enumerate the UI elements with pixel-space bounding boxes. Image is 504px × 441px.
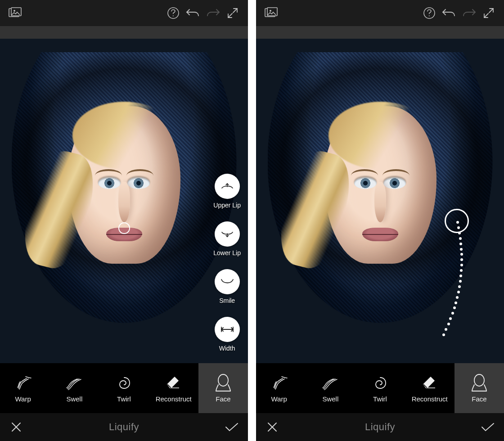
liquify-tool-strip: Warp Swell Twirl Reconstruct Face [256, 363, 504, 413]
svg-point-4 [173, 15, 174, 16]
tool-warp[interactable]: Warp [256, 363, 306, 413]
option-label: Lower Lip [213, 249, 241, 256]
svg-point-2 [14, 10, 15, 12]
warp-icon [15, 374, 34, 392]
tool-label: Twirl [117, 395, 131, 403]
confirm-button[interactable] [216, 413, 248, 441]
tool-swell[interactable]: Swell [50, 363, 99, 413]
face-icon [470, 374, 489, 392]
option-upper-lip[interactable]: Upper Lip [213, 174, 241, 209]
tool-label: Twirl [373, 395, 387, 403]
top-toolbar [256, 0, 504, 26]
top-toolbar [0, 0, 248, 26]
swell-icon [65, 374, 84, 392]
confirm-bar: Liquify [256, 413, 504, 441]
tool-label: Reconstruct [412, 395, 448, 403]
canvas[interactable] [256, 39, 504, 363]
portrait [12, 52, 237, 340]
editor-screen-right: Warp Swell Twirl Reconstruct Face [256, 0, 504, 441]
option-smile[interactable]: Smile [215, 269, 240, 304]
option-width[interactable]: Width [215, 317, 240, 352]
tool-label: Swell [66, 395, 82, 403]
option-label: Width [219, 345, 235, 352]
redo-icon[interactable] [459, 3, 479, 23]
drag-path-indicator [256, 39, 504, 363]
fullscreen-icon[interactable] [479, 3, 499, 23]
tool-warp[interactable]: Warp [0, 363, 50, 413]
tool-twirl[interactable]: Twirl [99, 363, 148, 413]
liquify-tool-strip: Warp Swell Twirl Reconstruct Face [0, 363, 248, 413]
svg-point-5 [218, 374, 228, 386]
context-strip [0, 26, 248, 39]
tool-label: Face [216, 395, 230, 403]
tool-reconstruct[interactable]: Reconstruct [149, 363, 198, 413]
editor-screen-left: Upper Lip Lower Lip Smile Width [0, 0, 248, 441]
context-strip [256, 26, 504, 39]
confirm-button[interactable] [472, 413, 504, 441]
svg-point-10 [429, 15, 430, 16]
lip-focus-indicator [118, 222, 130, 234]
twirl-icon [115, 374, 134, 392]
gallery-icon[interactable] [5, 3, 25, 23]
svg-point-11 [474, 374, 484, 386]
fullscreen-icon[interactable] [223, 3, 243, 23]
tool-label: Warp [15, 395, 31, 403]
tool-label: Reconstruct [156, 395, 192, 403]
tool-face[interactable]: Face [454, 363, 504, 413]
screen-title: Liquify [288, 421, 472, 433]
svg-point-8 [270, 10, 271, 12]
undo-icon[interactable] [183, 3, 203, 23]
undo-icon[interactable] [439, 3, 459, 23]
cancel-button[interactable] [256, 413, 288, 441]
tool-swell[interactable]: Swell [306, 363, 355, 413]
tool-label: Swell [322, 395, 338, 403]
option-label: Smile [219, 297, 235, 304]
help-icon[interactable] [419, 3, 439, 23]
warp-icon [271, 374, 290, 392]
redo-icon[interactable] [203, 3, 223, 23]
face-icon [214, 374, 233, 392]
option-lower-lip[interactable]: Lower Lip [213, 221, 241, 256]
canvas[interactable]: Upper Lip Lower Lip Smile Width [0, 39, 248, 363]
cancel-button[interactable] [0, 413, 32, 441]
option-label: Upper Lip [213, 202, 241, 209]
screen-title: Liquify [32, 421, 216, 433]
tool-twirl[interactable]: Twirl [355, 363, 405, 413]
tool-face[interactable]: Face [198, 363, 248, 413]
face-options-column: Upper Lip Lower Lip Smile Width [213, 174, 241, 352]
help-icon[interactable] [163, 3, 183, 23]
tool-label: Face [472, 395, 486, 403]
confirm-bar: Liquify [0, 413, 248, 441]
swell-icon [321, 374, 340, 392]
twirl-icon [371, 374, 390, 392]
tool-label: Warp [271, 395, 287, 403]
eraser-icon [164, 374, 183, 392]
eraser-icon [420, 374, 439, 392]
tool-reconstruct[interactable]: Reconstruct [405, 363, 454, 413]
gallery-icon[interactable] [261, 3, 281, 23]
